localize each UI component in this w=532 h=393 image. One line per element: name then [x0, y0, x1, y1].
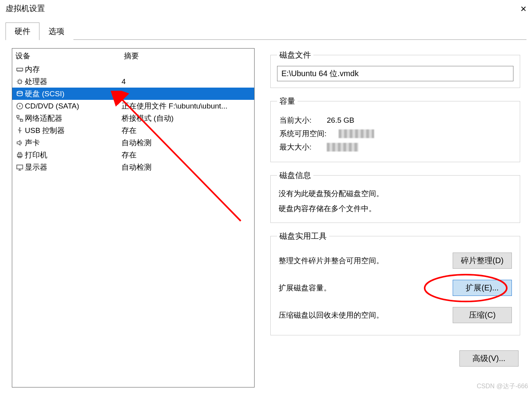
cpu-icon [15, 78, 25, 86]
device-summary: 存在 [122, 151, 137, 159]
device-table: 设备 摘要 内存 处理器 4 硬盘 (SCSI) 3 [12, 48, 255, 387]
free-space-label: 系统可用空间: [279, 129, 339, 139]
device-summary: 自动检测 [122, 163, 152, 171]
svg-point-10 [17, 91, 22, 93]
close-icon[interactable]: × [521, 4, 526, 14]
usb-icon [15, 127, 25, 135]
table-row[interactable]: 处理器 4 [12, 75, 254, 88]
tab-options[interactable]: 选项 [39, 22, 73, 40]
device-name: 声卡 [25, 138, 122, 148]
redacted-value [339, 129, 374, 138]
disk-utilities-legend: 磁盘实用工具 [277, 231, 329, 241]
table-row[interactable]: 声卡 自动检测 [12, 137, 254, 149]
compact-text: 压缩磁盘以回收未使用的空间。 [279, 310, 384, 320]
svg-point-12 [19, 105, 20, 107]
network-icon [15, 114, 25, 122]
display-icon [15, 163, 25, 171]
device-name: 硬盘 (SCSI) [25, 89, 122, 99]
tab-hardware[interactable]: 硬件 [6, 22, 39, 40]
disk-info-legend: 磁盘信息 [277, 170, 313, 181]
svg-rect-14 [21, 119, 23, 121]
table-row[interactable]: 显示器 自动检测 [12, 161, 254, 173]
svg-rect-0 [17, 68, 23, 71]
current-size-value: 26.5 GB [327, 116, 354, 125]
svg-rect-18 [19, 152, 21, 154]
table-row[interactable]: CD/DVD (SATA) 正在使用文件 F:\ubuntu\ubunt... [12, 100, 254, 112]
compact-button[interactable]: 压缩(C) [453, 307, 512, 323]
device-name: 网络适配器 [25, 113, 122, 124]
svg-rect-20 [17, 165, 23, 169]
capacity-group: 容量 当前大小: 26.5 GB 系统可用空间: 最大大小: [270, 96, 520, 162]
disk-info-line: 没有为此硬盘预分配磁盘空间。 [277, 186, 513, 201]
expand-text: 扩展磁盘容量。 [279, 283, 331, 293]
sound-icon [15, 139, 25, 147]
cd-icon [15, 102, 25, 110]
device-name: 处理器 [25, 77, 122, 87]
device-name: 打印机 [25, 150, 122, 160]
table-row[interactable]: 打印机 存在 [12, 149, 254, 161]
header-summary: 摘要 [124, 51, 254, 61]
svg-rect-13 [17, 115, 19, 117]
device-name: USB 控制器 [25, 125, 122, 136]
tab-divider [6, 39, 526, 40]
current-size-label: 当前大小: [279, 115, 327, 125]
disk-file-input[interactable]: E:\Ubuntu 64 位.vmdk [277, 66, 513, 81]
device-summary: 正在使用文件 F:\ubuntu\ubunt... [122, 102, 227, 110]
max-size-label: 最大大小: [279, 142, 327, 152]
memory-icon [15, 66, 25, 73]
disk-utilities-group: 磁盘实用工具 整理文件碎片并整合可用空间。 碎片整理(D) 扩展磁盘容量。 扩展… [270, 231, 520, 335]
table-row[interactable]: 网络适配器 桥接模式 (自动) [12, 112, 254, 124]
svg-point-15 [19, 127, 20, 128]
watermark: CSDN @达子-666 [477, 382, 528, 391]
table-row[interactable]: USB 控制器 存在 [12, 124, 254, 137]
device-name: 内存 [25, 64, 122, 75]
device-summary: 桥接模式 (自动) [122, 114, 174, 122]
table-header: 设备 摘要 [12, 49, 254, 63]
device-summary: 存在 [122, 126, 137, 135]
header-device: 设备 [15, 51, 124, 61]
disk-icon [15, 90, 25, 98]
defrag-button[interactable]: 碎片整理(D) [453, 253, 512, 269]
table-row[interactable]: 内存 [12, 63, 254, 75]
device-summary: 自动检测 [122, 138, 152, 147]
device-name: 显示器 [25, 162, 122, 172]
disk-info-line: 硬盘内容存储在多个文件中。 [277, 201, 513, 216]
disk-info-group: 磁盘信息 没有为此硬盘预分配磁盘空间。 硬盘内容存储在多个文件中。 [270, 170, 520, 223]
device-name: CD/DVD (SATA) [25, 102, 122, 110]
printer-icon [15, 151, 25, 159]
expand-button[interactable]: 扩展(E)... [453, 280, 512, 296]
window-title: 虚拟机设置 [6, 3, 45, 14]
table-row[interactable]: 硬盘 (SCSI) 3 [12, 88, 254, 100]
capacity-legend: 容量 [277, 96, 298, 107]
device-summary: 4 [122, 77, 126, 86]
disk-file-legend: 磁盘文件 [277, 50, 313, 60]
advanced-button[interactable]: 高级(V)... [459, 350, 519, 367]
redacted-value [327, 143, 358, 152]
disk-file-group: 磁盘文件 E:\Ubuntu 64 位.vmdk [270, 50, 520, 88]
svg-rect-5 [18, 80, 21, 83]
defrag-text: 整理文件碎片并整合可用空间。 [279, 256, 384, 266]
